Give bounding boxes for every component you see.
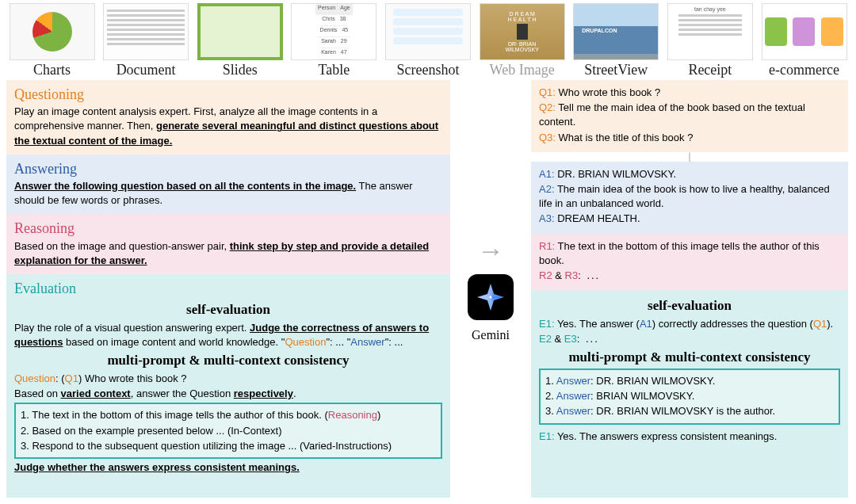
- gemini-label: Gemini: [472, 328, 510, 342]
- eval-question-line: Question: (Q1) Who wrote this book ?: [14, 372, 442, 386]
- answering-title: Answering: [14, 159, 442, 179]
- e1-label: E1:: [539, 318, 555, 330]
- a3-label: A3:: [539, 212, 555, 224]
- right-mp-heading: multi-prompt & multi-context consistency: [539, 348, 840, 367]
- evaluation-title: Evaluation: [14, 279, 442, 299]
- questioning-panel: Questioning Play an image content analys…: [6, 80, 450, 155]
- screenshot-thumb: [385, 3, 471, 60]
- main-area: Questioning Play an image content analys…: [0, 78, 856, 502]
- left-column: Questioning Play an image content analys…: [6, 80, 450, 498]
- q3-label: Q3:: [539, 132, 556, 143]
- streetview-thumb: [573, 3, 659, 60]
- thumbnail-row: Charts Document Slides PersonAge Chris38…: [0, 0, 856, 78]
- charts-thumb: [10, 3, 95, 60]
- reasoning-title: Reasoning: [14, 219, 442, 239]
- charts-caption: Charts: [33, 62, 71, 78]
- thumb-table: PersonAge Chris38 Dennis45 Sarah29 Karen…: [289, 3, 380, 78]
- document-thumb: [103, 3, 189, 60]
- thumb-charts: Charts: [6, 3, 97, 78]
- table-thumb: PersonAge Chris38 Dennis45 Sarah29 Karen…: [291, 3, 376, 60]
- reasoning-panel: Reasoning Based on the image and questio…: [6, 214, 450, 274]
- a2-label: A2:: [539, 183, 555, 195]
- right-answers-panel: A1: DR. BRIAN WILMOVSKY. A2: The main id…: [531, 162, 848, 234]
- slides-thumb: [197, 3, 283, 60]
- right-self-eval-heading: self-evaluation: [539, 296, 840, 315]
- questioning-text: Play an image content analysis expert. F…: [14, 105, 442, 148]
- questioning-title: Questioning: [14, 85, 442, 105]
- receipt-thumb: tan chay yee: [667, 3, 753, 60]
- judge-line: Judge whether the answers express consis…: [14, 460, 442, 475]
- arrow-down-icon: ↓: [531, 152, 848, 162]
- right-eval-panel: self-evaluation E1: Yes. The answer (A1)…: [531, 290, 848, 498]
- thumb-document: Document: [101, 3, 192, 78]
- receipt-caption: Receipt: [688, 62, 732, 78]
- answering-panel: Answering Answer the following question …: [6, 155, 450, 215]
- right-questions-panel: Q1: Who wrote this book ? Q2: Tell me th…: [531, 80, 848, 152]
- right-reasoning-panel: R1: The text in the bottom of this image…: [531, 234, 848, 291]
- context-box: 1. The text in the bottom of this image …: [14, 403, 442, 459]
- evaluation-panel: Evaluation self-evaluation Play the role…: [6, 274, 450, 498]
- multi-prompt-heading: multi-prompt & multi-context consistency: [14, 351, 442, 370]
- eval-context-line: Based on varied context, answer the Ques…: [14, 387, 442, 401]
- q2-label: Q2:: [539, 101, 556, 113]
- gemini-icon: [468, 274, 514, 320]
- right-answers-box: 1. Answer: DR. BRIAN WILMOVSKY. 2. Answe…: [539, 368, 840, 425]
- a1-label: A1:: [539, 168, 555, 180]
- ecommerce-thumb: [762, 3, 847, 60]
- screenshot-caption: Screenshot: [397, 62, 460, 78]
- self-eval-text: Play the role of a visual question answe…: [14, 321, 442, 349]
- slides-caption: Slides: [223, 62, 258, 78]
- q1-label: Q1:: [539, 86, 556, 98]
- self-eval-heading: self-evaluation: [14, 300, 442, 319]
- document-caption: Document: [117, 62, 176, 78]
- thumb-ecommerce: e-commerce: [759, 3, 850, 78]
- person-icon: [517, 24, 528, 40]
- thumb-slides: Slides: [194, 3, 285, 78]
- webimage-thumb: D R E A M H E A L T H DR· BRIAN WILMOVSK…: [480, 3, 565, 60]
- reasoning-text: Based on the image and question-answer p…: [14, 239, 442, 268]
- webimage-caption: Web Image: [490, 62, 555, 78]
- center-column: → Gemini: [450, 80, 531, 498]
- thumb-webimage: D R E A M H E A L T H DR· BRIAN WILMOVSK…: [476, 3, 567, 78]
- arrow-right-icon: →: [477, 235, 504, 266]
- right-column: Q1: Who wrote this book ? Q2: Tell me th…: [531, 80, 848, 498]
- thumb-screenshot: Screenshot: [383, 3, 474, 78]
- thumb-receipt: tan chay yee Receipt: [664, 3, 755, 78]
- thumb-streetview: StreetView: [571, 3, 662, 78]
- ef-label: E1:: [539, 430, 555, 442]
- table-caption: Table: [319, 62, 350, 78]
- ecommerce-caption: e-commerce: [769, 62, 839, 78]
- answering-text: Answer the following question based on a…: [14, 179, 442, 208]
- streetview-caption: StreetView: [584, 62, 648, 78]
- r1-label: R1:: [539, 240, 555, 252]
